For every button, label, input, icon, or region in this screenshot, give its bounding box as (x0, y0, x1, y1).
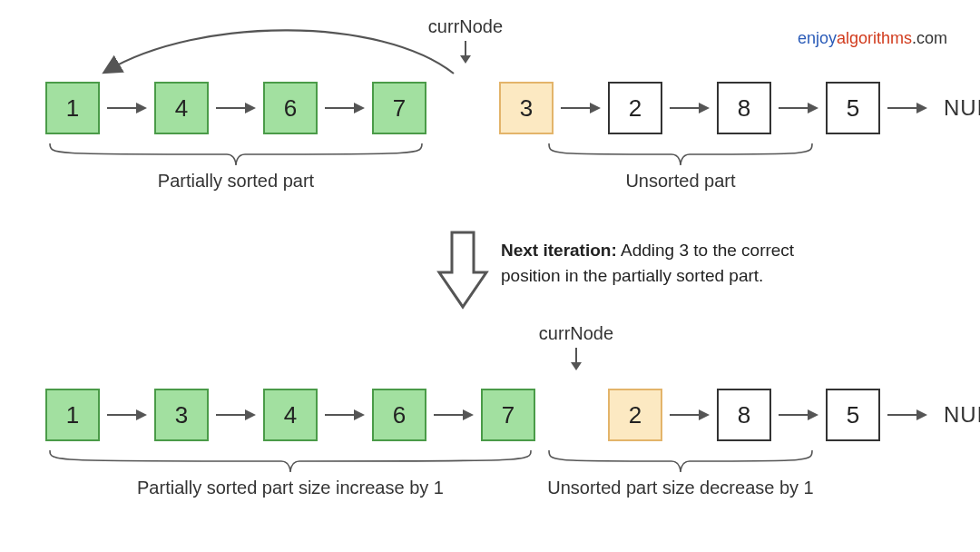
brace-unsorted-after: Unsorted part size decrease by 1 (544, 448, 817, 498)
svg-marker-28 (699, 409, 710, 420)
brace-sorted-after: Partially sorted part size increase by 1 (45, 448, 535, 498)
svg-marker-4 (136, 103, 147, 113)
brace-unsorted-before: Unsorted part (544, 142, 817, 192)
linked-list-before: 1 4 6 7 3 2 8 5 NULL (45, 82, 980, 134)
list-node: 6 (263, 82, 318, 134)
list-node: 7 (481, 389, 535, 441)
svg-marker-12 (699, 103, 710, 113)
pointer-arrow-icon (670, 389, 710, 441)
svg-marker-8 (354, 103, 365, 113)
brace-icon (544, 142, 817, 167)
brace-sorted-before: Partially sorted part (45, 142, 426, 192)
svg-marker-24 (354, 409, 365, 420)
brace-icon (45, 142, 426, 167)
svg-marker-22 (245, 409, 256, 420)
brace-label-sorted: Partially sorted part (45, 171, 426, 192)
brand-part-2: algorithms (837, 29, 912, 47)
brace-icon (544, 448, 817, 474)
iteration-caption-bold: Next iteration: (501, 241, 617, 260)
list-node: 2 (608, 82, 662, 134)
pointer-arrow-icon (216, 389, 256, 441)
null-terminator: NULL (944, 402, 980, 428)
list-node: 4 (263, 389, 318, 441)
pointer-arrow-icon (887, 82, 927, 134)
big-down-arrow-icon (436, 229, 490, 310)
brace-label-sorted-inc: Partially sorted part size increase by 1 (45, 478, 535, 498)
pointer-arrow-icon (561, 82, 601, 134)
curved-insert-arrow-icon (91, 24, 472, 87)
brace-label-unsorted: Unsorted part (544, 171, 817, 192)
list-node: 5 (826, 389, 880, 441)
list-node: 4 (154, 82, 209, 134)
list-node: 3 (154, 389, 209, 441)
branding: enjoyalgorithms.com (798, 29, 947, 48)
list-node: 8 (717, 82, 771, 134)
svg-marker-30 (808, 409, 818, 420)
list-node: 1 (45, 389, 100, 441)
brand-part-3: .com (912, 29, 947, 47)
list-node: 6 (372, 389, 426, 441)
list-node-current: 3 (499, 82, 554, 134)
pointer-arrow-icon (434, 389, 474, 441)
svg-marker-32 (916, 409, 927, 420)
pointer-arrow-icon (779, 82, 818, 134)
pointer-arrow-icon (543, 389, 601, 441)
svg-marker-18 (571, 362, 582, 370)
pointer-arrow-icon (434, 82, 492, 134)
arrow-down-icon (568, 348, 584, 371)
pointer-arrow-icon (779, 389, 818, 441)
currnode-text: currNode (522, 323, 631, 344)
pointer-arrow-icon (670, 82, 710, 134)
svg-marker-14 (808, 103, 818, 113)
null-terminator: NULL (944, 95, 980, 121)
pointer-arrow-icon (887, 389, 927, 441)
svg-marker-26 (463, 409, 474, 420)
svg-marker-16 (916, 103, 927, 113)
pointer-arrow-icon (325, 389, 365, 441)
list-node: 7 (372, 82, 426, 134)
currnode-label-stage2: currNode (522, 323, 631, 376)
pointer-arrow-icon (107, 82, 147, 134)
list-node: 8 (717, 389, 771, 441)
pointer-arrow-icon (107, 389, 147, 441)
svg-marker-20 (136, 409, 147, 420)
pointer-arrow-icon (325, 82, 365, 134)
svg-marker-10 (590, 103, 601, 113)
brace-label-unsorted-dec: Unsorted part size decrease by 1 (544, 478, 817, 498)
svg-marker-6 (245, 103, 256, 113)
linked-list-after: 1 3 4 6 7 2 8 5 NULL (45, 389, 980, 441)
iteration-caption: Next iteration: Adding 3 to the correct … (501, 238, 828, 288)
pointer-arrow-icon (216, 82, 256, 134)
list-node: 1 (45, 82, 100, 134)
list-node-current: 2 (608, 389, 662, 441)
brand-part-1: enjoy (798, 29, 837, 47)
list-node: 5 (826, 82, 880, 134)
brace-icon (45, 448, 535, 474)
